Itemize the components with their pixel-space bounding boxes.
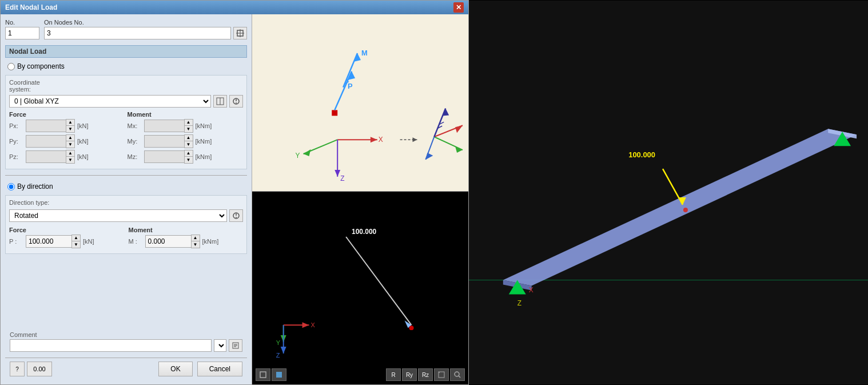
moment-header: Moment (128, 111, 244, 118)
ok-button[interactable]: OK (158, 362, 192, 376)
coord-label: Coordinate system: (9, 79, 55, 93)
svg-text:Z: Z (340, 174, 344, 182)
no-group: No. (5, 19, 39, 39)
help-icon: ? (15, 366, 19, 372)
nodes-pick-button[interactable] (233, 27, 247, 39)
comment-dropdown[interactable] (214, 339, 226, 352)
svg-text:Y: Y (296, 152, 300, 160)
py-down[interactable]: ▼ (66, 141, 74, 148)
p-up[interactable]: ▲ (72, 235, 80, 241)
mx-label: Mx: (128, 122, 142, 129)
mx-spinner: ▲ ▼ (144, 119, 193, 133)
coord-btn2[interactable] (229, 95, 243, 108)
left-panel: No. On Nodes No. Nodal Load (1, 14, 252, 384)
svg-text:M: M (361, 49, 368, 57)
close-button[interactable]: ✕ (453, 2, 464, 13)
zero-button[interactable]: 0.00 (27, 362, 52, 376)
svg-rect-46 (252, 214, 468, 362)
viewport-3d: X Z 100.000 (469, 0, 868, 385)
m-label: M : (129, 238, 143, 245)
pz-up[interactable]: ▲ (66, 150, 74, 157)
force-header: Force (9, 111, 125, 118)
my-up[interactable]: ▲ (185, 135, 193, 141)
px-spinner: ▲ ▼ (26, 119, 75, 133)
direction-type-select[interactable]: Rotated (9, 209, 227, 222)
help-button[interactable]: ? (10, 362, 25, 376)
px-arrows: ▲ ▼ (66, 119, 75, 133)
mz-arrows: ▲ ▼ (184, 150, 193, 164)
cancel-button[interactable]: Cancel (197, 362, 242, 376)
px-input[interactable] (26, 120, 66, 132)
tb-frame-btn[interactable] (256, 368, 270, 381)
dir-fm-grid: Force P : ▲ ▼ [kN] (9, 227, 243, 250)
svg-point-50 (409, 326, 414, 330)
by-components-radio[interactable] (7, 63, 15, 70)
p-label: P : (9, 238, 23, 245)
mx-arrows: ▲ ▼ (184, 119, 193, 133)
p-input[interactable] (26, 235, 71, 248)
force-moment-grid: Force Px: ▲ ▼ [kN] (9, 111, 243, 165)
preview-toolbar-left (256, 368, 286, 381)
by-direction-radio[interactable] (7, 183, 15, 190)
footer-left: ? 0.00 (10, 362, 52, 376)
px-down[interactable]: ▼ (66, 126, 74, 132)
py-arrows: ▲ ▼ (66, 134, 75, 148)
py-input[interactable] (26, 135, 66, 148)
svg-point-64 (455, 372, 459, 376)
px-row: Px: ▲ ▼ [kN] (9, 119, 125, 133)
mz-label: Mz: (128, 153, 142, 160)
on-nodes-label: On Nodes No. (44, 19, 247, 26)
edit-nodal-load-dialog: Edit Nodal Load ✕ No. On Nodes No. (0, 0, 469, 385)
tb-zoom-btn[interactable] (450, 368, 465, 381)
m-up[interactable]: ▲ (192, 235, 200, 241)
my-label: My: (128, 138, 142, 145)
my-down[interactable]: ▼ (185, 141, 193, 148)
mx-up[interactable]: ▲ (185, 120, 193, 126)
tb-box-btn[interactable] (434, 368, 449, 381)
coord-select[interactable]: 0 | Global XYZ (9, 95, 211, 108)
coord-btn1[interactable] (213, 95, 227, 108)
mz-row: Mz: ▲ ▼ [kNm] (128, 150, 244, 164)
mx-down[interactable]: ▼ (185, 126, 193, 132)
px-label: Px: (9, 122, 23, 129)
mz-up[interactable]: ▲ (185, 150, 193, 157)
tb-ry-btn[interactable]: Ry (402, 368, 417, 381)
mz-input[interactable] (144, 150, 184, 163)
m-spinner: ▲ ▼ (145, 235, 200, 248)
mz-down[interactable]: ▼ (185, 157, 193, 163)
direction-type-btn[interactable] (229, 209, 243, 222)
p-row: P : ▲ ▼ [kN] (9, 235, 124, 248)
preview-bottom-svg: 100.000 Y X (252, 192, 468, 384)
pz-input[interactable] (26, 150, 66, 163)
footer-right: OK Cancel (158, 362, 242, 376)
comment-btn[interactable] (229, 339, 242, 352)
no-input[interactable] (5, 27, 39, 39)
by-direction-label: By direction (17, 182, 53, 190)
p-arrows: ▲ ▼ (71, 235, 81, 248)
comment-input[interactable] (10, 339, 212, 352)
pz-label: Pz: (9, 153, 23, 160)
svg-rect-66 (469, 1, 868, 384)
m-down[interactable]: ▼ (192, 241, 200, 248)
m-input[interactable] (145, 235, 191, 248)
svg-point-7 (236, 102, 237, 104)
my-input[interactable] (144, 135, 184, 148)
on-nodes-input[interactable] (44, 27, 231, 39)
right-panel: P M X (252, 14, 468, 384)
mx-input[interactable] (144, 120, 184, 132)
coord-row: Coordinate system: (9, 79, 243, 93)
dir-force-header: Force (9, 227, 124, 233)
px-up[interactable]: ▲ (66, 120, 74, 126)
tb-r1-btn[interactable]: R (386, 368, 401, 381)
tb-rz-btn[interactable]: Rz (418, 368, 433, 381)
dialog-footer: ? 0.00 OK Cancel (5, 358, 247, 380)
p-down[interactable]: ▼ (72, 241, 80, 248)
preview-toolbar-right: R Ry Rz (386, 368, 465, 381)
svg-text:Y: Y (276, 339, 281, 346)
tb-solid-btn[interactable] (272, 368, 286, 381)
svg-line-65 (459, 376, 460, 378)
pz-down[interactable]: ▼ (66, 157, 74, 163)
dir-type-row: Direction type: (9, 199, 243, 206)
comment-label: Comment (10, 331, 242, 338)
py-up[interactable]: ▲ (66, 135, 74, 141)
